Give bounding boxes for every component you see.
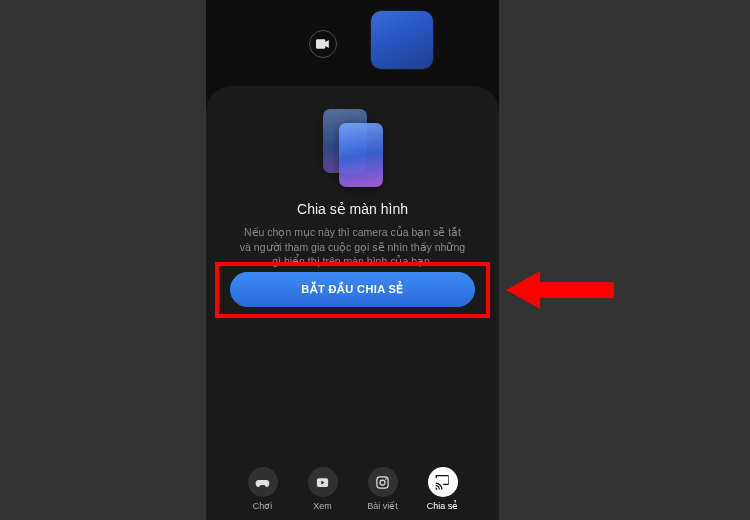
tab-share[interactable]: Chia sẻ — [419, 467, 467, 511]
phone-screen: Chia sẻ màn hình Nếu chọn mục này thì ca… — [206, 0, 499, 520]
panel-title: Chia sẻ màn hình — [206, 201, 499, 217]
tab-play[interactable]: Chơi — [239, 467, 287, 511]
tab-post-label: Bài viết — [367, 501, 398, 511]
svg-point-3 — [385, 478, 387, 480]
desc-line-2: và người tham gia cuộc gọi sẽ nhìn thấy … — [240, 241, 465, 253]
video-camera-icon — [316, 39, 330, 49]
svg-marker-4 — [506, 271, 614, 309]
self-video-thumbnail[interactable] — [371, 11, 433, 69]
tab-play-label: Chơi — [253, 501, 273, 511]
tab-watch[interactable]: Xem — [299, 467, 347, 511]
illustration-card-front — [339, 123, 383, 187]
screen-share-illustration — [323, 109, 383, 187]
annotation-arrow — [506, 269, 614, 311]
tab-post[interactable]: Bài viết — [359, 467, 407, 511]
desc-line-1: Nếu chọn mục này thì camera của bạn sẽ t… — [244, 226, 461, 238]
tab-share-label: Chia sẻ — [427, 501, 459, 511]
bottom-tab-bar: Chơi Xem Bài viết Chia sẻ — [206, 467, 499, 511]
camera-toggle-button[interactable] — [309, 30, 337, 58]
svg-point-2 — [380, 480, 385, 485]
tab-watch-label: Xem — [313, 501, 332, 511]
annotation-highlight-box — [215, 262, 490, 318]
game-controller-icon — [248, 467, 278, 497]
watch-icon — [308, 467, 338, 497]
instagram-icon — [368, 467, 398, 497]
cast-icon — [428, 467, 458, 497]
